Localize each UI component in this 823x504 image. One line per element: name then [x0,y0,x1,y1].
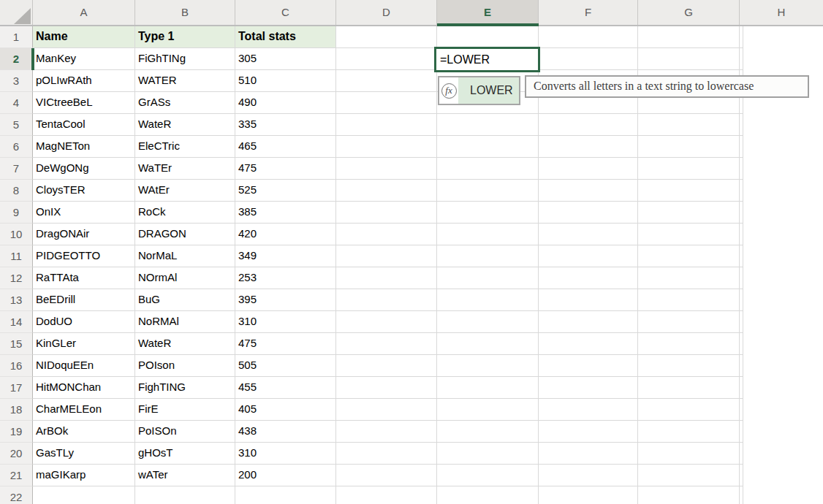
cell-total[interactable]: 455 [235,377,336,399]
row-header[interactable]: 9 [0,202,33,224]
cell[interactable] [539,114,638,136]
cell-type[interactable]: gHOsT [135,443,235,465]
cell[interactable] [437,202,539,224]
cell[interactable] [740,48,743,70]
cell[interactable] [539,245,638,267]
cell[interactable] [437,399,539,421]
cell[interactable] [638,136,740,158]
cell[interactable] [638,48,740,70]
cell-name[interactable]: BeEDrill [33,289,135,311]
row-header[interactable]: 8 [0,180,33,202]
cell[interactable] [437,26,539,48]
cell-name[interactable]: KinGLer [33,333,135,355]
cell[interactable] [437,486,539,504]
row-header[interactable]: 15 [0,333,33,355]
cell-total[interactable]: 305 [235,48,336,70]
cell[interactable] [638,158,740,180]
cell[interactable] [740,158,743,180]
column-header-c[interactable]: C [235,0,336,25]
cell[interactable] [437,224,539,245]
cell[interactable] [336,267,437,289]
column-header-f[interactable]: F [539,0,638,25]
cell-type[interactable]: FighTING [135,377,235,399]
cell[interactable] [539,465,638,486]
cell[interactable] [539,158,638,180]
row-header[interactable]: 12 [0,267,33,289]
cell[interactable] [539,355,638,377]
cell-name[interactable]: CharMELEon [33,399,135,421]
cell-name[interactable]: DodUO [33,311,135,333]
cell[interactable] [638,26,740,48]
row-header[interactable]: 18 [0,399,33,421]
column-header-b[interactable]: B [135,0,235,25]
cell[interactable] [539,48,638,70]
cell[interactable] [336,224,437,245]
cell-name[interactable]: MagNETon [33,136,135,158]
cell[interactable] [336,333,437,355]
cell[interactable] [539,202,638,224]
column-header-a[interactable]: A [33,0,135,25]
cell[interactable] [539,267,638,289]
cell[interactable] [336,486,437,504]
cell[interactable] [638,377,740,399]
cell-type[interactable]: WateR [135,333,235,355]
row-header[interactable]: 20 [0,443,33,465]
cell[interactable] [638,333,740,355]
cell[interactable] [539,443,638,465]
autocomplete-item-lower[interactable]: LOWER [458,77,519,104]
cell-type[interactable]: NoRMAl [135,311,235,333]
row-header-1[interactable]: 1 [0,26,33,48]
cell-name[interactable]: TentaCool [33,114,135,136]
cell[interactable] [638,202,740,224]
cell-type[interactable]: PoISOn [135,421,235,443]
cell[interactable] [539,26,638,48]
cell-type[interactable]: DRAGON [135,224,235,245]
cell-total[interactable]: 335 [235,114,336,136]
cell[interactable] [437,180,539,202]
cell-total[interactable]: 310 [235,443,336,465]
cell[interactable] [437,267,539,289]
cell-total-stats-header[interactable]: Total stats [235,26,336,48]
cell-type[interactable]: FiGhTINg [135,48,235,70]
cell-type[interactable]: NorMaL [135,245,235,267]
cell-total[interactable]: 349 [235,245,336,267]
cell-name[interactable]: RaTTAta [33,267,135,289]
cell[interactable] [235,486,336,504]
cell[interactable] [638,465,740,486]
cell[interactable] [135,486,235,504]
cell-type[interactable]: WATER [135,70,235,92]
cell[interactable] [638,355,740,377]
row-header[interactable]: 11 [0,245,33,267]
cell[interactable] [539,486,638,504]
cell-type-header[interactable]: Type 1 [135,26,235,48]
cell-name[interactable]: maGIKarp [33,465,135,486]
cell[interactable] [740,267,743,289]
cell[interactable] [336,26,437,48]
cell-total[interactable]: 525 [235,180,336,202]
cell-type[interactable]: POIson [135,355,235,377]
cell[interactable] [638,245,740,267]
cell[interactable] [539,421,638,443]
select-all-corner[interactable] [0,0,33,25]
cell-name[interactable]: CloysTER [33,180,135,202]
cell[interactable] [336,311,437,333]
cell[interactable] [638,421,740,443]
cell[interactable] [740,224,743,245]
cell-total[interactable]: 395 [235,289,336,311]
cell-name[interactable]: ArBOk [33,421,135,443]
cell[interactable] [336,136,437,158]
cell[interactable] [336,48,437,70]
cell[interactable] [336,245,437,267]
cell-total[interactable]: 465 [235,136,336,158]
row-header[interactable]: 19 [0,421,33,443]
row-header[interactable]: 21 [0,465,33,486]
cell-name[interactable]: VICtreeBeL [33,92,135,114]
cell[interactable] [437,245,539,267]
column-header-d[interactable]: D [336,0,437,25]
cell[interactable] [336,202,437,224]
cell-name[interactable]: GasTLy [33,443,135,465]
cell[interactable] [740,465,743,486]
row-header[interactable]: 7 [0,158,33,180]
column-header-e-selected[interactable]: E [437,0,539,25]
cell[interactable] [437,289,539,311]
